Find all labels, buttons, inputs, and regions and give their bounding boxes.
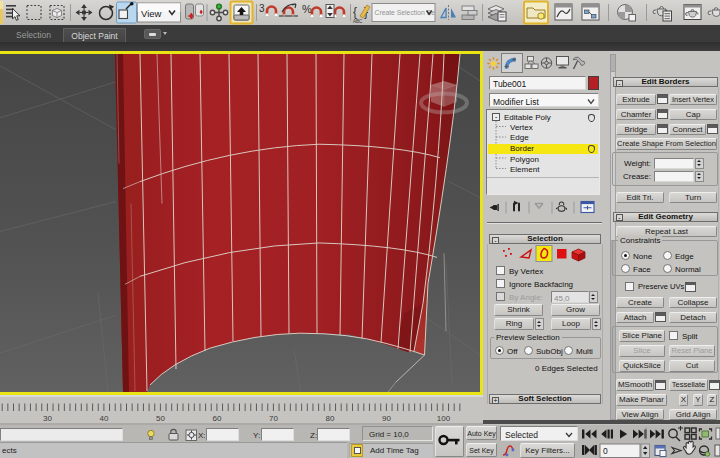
svg-text:0: 0 <box>603 446 608 456</box>
svg-text:60: 60 <box>213 414 222 423</box>
svg-text:90: 90 <box>382 414 391 423</box>
svg-text:100: 100 <box>437 414 451 423</box>
svg-text:50: 50 <box>156 414 165 423</box>
svg-text:80: 80 <box>326 414 335 423</box>
svg-text:3: 3 <box>259 3 265 14</box>
svg-text:70: 70 <box>269 414 278 423</box>
svg-text:30: 30 <box>43 414 52 423</box>
svg-text:ABC: ABC <box>353 19 363 24</box>
svg-text:%: % <box>302 3 312 15</box>
svg-text:{: { <box>353 5 357 19</box>
svg-text:Create Selection Se: Create Selection Se <box>375 9 436 16</box>
svg-text:View: View <box>141 8 162 19</box>
svg-text:40: 40 <box>100 414 109 423</box>
